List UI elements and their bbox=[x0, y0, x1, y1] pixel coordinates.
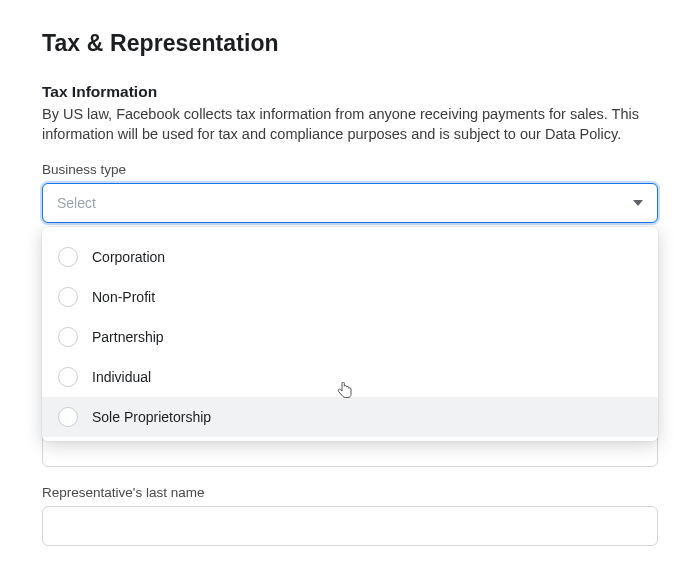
option-corporation[interactable]: Corporation bbox=[42, 237, 658, 277]
page-title: Tax & Representation bbox=[42, 30, 658, 57]
option-label: Individual bbox=[92, 369, 151, 385]
option-label: Corporation bbox=[92, 249, 165, 265]
option-label: Non-Profit bbox=[92, 289, 155, 305]
option-sole-proprietorship[interactable]: Sole Proprietorship bbox=[42, 397, 658, 437]
option-individual[interactable]: Individual bbox=[42, 357, 658, 397]
business-type-select[interactable]: Select bbox=[42, 183, 658, 223]
radio-icon bbox=[58, 287, 78, 307]
last-name-input[interactable] bbox=[42, 506, 658, 546]
radio-icon bbox=[58, 367, 78, 387]
last-name-label: Representative's last name bbox=[42, 485, 204, 500]
chevron-down-icon bbox=[633, 200, 643, 206]
business-type-placeholder: Select bbox=[57, 195, 96, 211]
radio-icon bbox=[58, 327, 78, 347]
business-type-dropdown: Corporation Non-Profit Partnership Indiv… bbox=[42, 227, 658, 441]
option-label: Partnership bbox=[92, 329, 164, 345]
radio-icon bbox=[58, 247, 78, 267]
radio-icon bbox=[58, 407, 78, 427]
business-type-label: Business type bbox=[42, 162, 126, 177]
option-partnership[interactable]: Partnership bbox=[42, 317, 658, 357]
section-description: By US law, Facebook collects tax informa… bbox=[42, 105, 658, 144]
option-label: Sole Proprietorship bbox=[92, 409, 211, 425]
option-non-profit[interactable]: Non-Profit bbox=[42, 277, 658, 317]
section-title-tax: Tax Information bbox=[42, 83, 658, 101]
